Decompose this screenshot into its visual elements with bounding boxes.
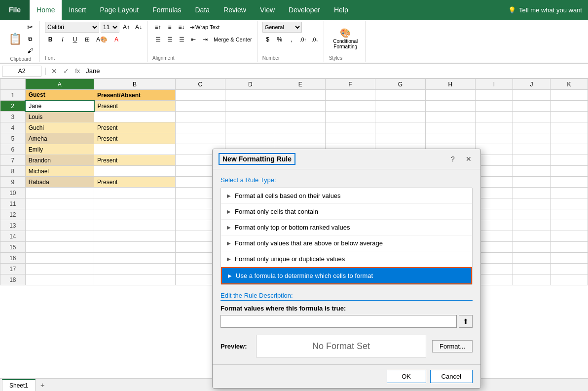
cell-11-A[interactable] [25, 198, 94, 209]
col-header-E[interactable]: E [275, 79, 325, 90]
cell-1-G[interactable] [375, 90, 425, 101]
cell-11-K[interactable] [550, 198, 588, 209]
formula-ref-button[interactable]: ⬆ [459, 315, 473, 328]
cell-9-A[interactable]: Rabada [25, 177, 94, 188]
cell-6-B[interactable] [94, 144, 176, 155]
decrease-font-button[interactable]: A↓ [133, 22, 144, 33]
cell-16-A[interactable] [25, 253, 94, 264]
cell-5-B[interactable]: Present [94, 133, 176, 144]
cell-2-B[interactable]: Present [94, 101, 176, 112]
col-header-B[interactable]: B [94, 79, 176, 90]
cell-9-K[interactable] [550, 177, 588, 188]
indent-increase-button[interactable]: ⇥ [200, 34, 211, 45]
cell-13-K[interactable] [550, 220, 588, 231]
cell-4-B[interactable]: Present [94, 122, 176, 133]
cell-3-J[interactable] [513, 112, 550, 122]
cell-18-A[interactable] [25, 274, 94, 285]
add-sheet-button[interactable]: + [37, 379, 48, 391]
cell-4-E[interactable] [275, 122, 325, 133]
cell-6-K[interactable] [550, 144, 588, 155]
review-menu[interactable]: Review [217, 0, 253, 20]
cell-14-A[interactable] [25, 231, 94, 242]
cell-11-B[interactable] [94, 198, 176, 209]
col-header-D[interactable]: D [225, 79, 275, 90]
cell-4-J[interactable] [513, 122, 550, 133]
cell-16-J[interactable] [513, 253, 550, 264]
rule-item-3[interactable]: ▶ Format only values that are above or b… [221, 235, 472, 251]
data-menu[interactable]: Data [188, 0, 217, 20]
sheet-tab-sheet1[interactable]: Sheet1 [2, 379, 36, 391]
cell-10-B[interactable] [94, 188, 176, 198]
help-menu[interactable]: Help [327, 0, 355, 20]
decimal-increase-button[interactable]: .0↑ [298, 34, 309, 45]
cell-4-F[interactable] [325, 122, 375, 133]
cell-7-B[interactable]: Present [94, 155, 176, 166]
align-center-button[interactable]: ☰ [164, 34, 175, 45]
cell-14-B[interactable] [94, 231, 176, 242]
dialog-close-button[interactable]: ✕ [463, 153, 475, 165]
cell-5-E[interactable] [275, 133, 325, 144]
cell-8-J[interactable] [513, 166, 550, 177]
format-painter-button[interactable]: 🖌 [25, 45, 36, 56]
cell-3-D[interactable] [225, 112, 275, 122]
merge-center-button[interactable]: Merge & Center [212, 34, 254, 45]
cell-7-K[interactable] [550, 155, 588, 166]
bold-button[interactable]: B [45, 34, 56, 45]
row-header-9[interactable]: 9 [0, 177, 26, 188]
row-header-5[interactable]: 5 [0, 133, 26, 144]
col-header-I[interactable]: I [475, 79, 513, 90]
cell-5-F[interactable] [325, 133, 375, 144]
cell-7-A[interactable]: Brandon [25, 155, 94, 166]
confirm-formula-icon[interactable]: ✓ [61, 67, 71, 75]
cell-8-K[interactable] [550, 166, 588, 177]
cell-2-A[interactable]: Jane [25, 101, 94, 112]
cell-3-K[interactable] [550, 112, 588, 122]
cell-4-I[interactable] [475, 122, 513, 133]
formula-condition-input[interactable] [220, 315, 457, 328]
cell-4-D[interactable] [225, 122, 275, 133]
formula-input[interactable] [84, 67, 586, 75]
cell-12-K[interactable] [550, 209, 588, 220]
cell-3-F[interactable] [325, 112, 375, 122]
insert-menu[interactable]: Insert [62, 0, 93, 20]
cell-2-G[interactable] [375, 101, 425, 112]
cell-18-K[interactable] [550, 274, 588, 285]
cell-2-H[interactable] [425, 101, 475, 112]
cell-15-J[interactable] [513, 242, 550, 253]
cell-14-K[interactable] [550, 231, 588, 242]
decimal-decrease-button[interactable]: .0↓ [310, 34, 321, 45]
cell-5-G[interactable] [375, 133, 425, 144]
cell-2-I[interactable] [475, 101, 513, 112]
cell-17-J[interactable] [513, 264, 550, 274]
row-header-15[interactable]: 15 [0, 242, 26, 253]
row-header-2[interactable]: 2 [0, 101, 26, 112]
insert-function-icon[interactable]: fx [73, 67, 82, 75]
cell-12-B[interactable] [94, 209, 176, 220]
indent-decrease-button[interactable]: ⇤ [188, 34, 199, 45]
cell-1-F[interactable] [325, 90, 375, 101]
cell-5-H[interactable] [425, 133, 475, 144]
cell-reference-input[interactable] [2, 66, 41, 77]
rule-item-2[interactable]: ▶ Format only top or bottom ranked value… [221, 220, 472, 235]
rule-item-5[interactable]: ▶ Use a formula to determine which cells… [221, 267, 472, 284]
cell-2-K[interactable] [550, 101, 588, 112]
col-header-H[interactable]: H [425, 79, 475, 90]
cell-4-A[interactable]: Guchi [25, 122, 94, 133]
wrap-text-button[interactable]: ⇥ Wrap Text [188, 22, 221, 33]
row-header-12[interactable]: 12 [0, 209, 26, 220]
cell-12-A[interactable] [25, 209, 94, 220]
cell-5-D[interactable] [225, 133, 275, 144]
cell-1-K[interactable] [550, 90, 588, 101]
cell-18-B[interactable] [94, 274, 176, 285]
row-header-4[interactable]: 4 [0, 122, 26, 133]
cell-9-B[interactable]: Present [94, 177, 176, 188]
italic-button[interactable]: I [57, 34, 68, 45]
cell-14-J[interactable] [513, 231, 550, 242]
cell-5-A[interactable]: Ameha [25, 133, 94, 144]
increase-font-button[interactable]: A↑ [121, 22, 132, 33]
col-header-K[interactable]: K [550, 79, 588, 90]
page-layout-menu[interactable]: Page Layout [93, 0, 146, 20]
cell-16-K[interactable] [550, 253, 588, 264]
cell-2-C[interactable] [175, 101, 225, 112]
cell-1-A[interactable]: Guest [25, 90, 94, 101]
